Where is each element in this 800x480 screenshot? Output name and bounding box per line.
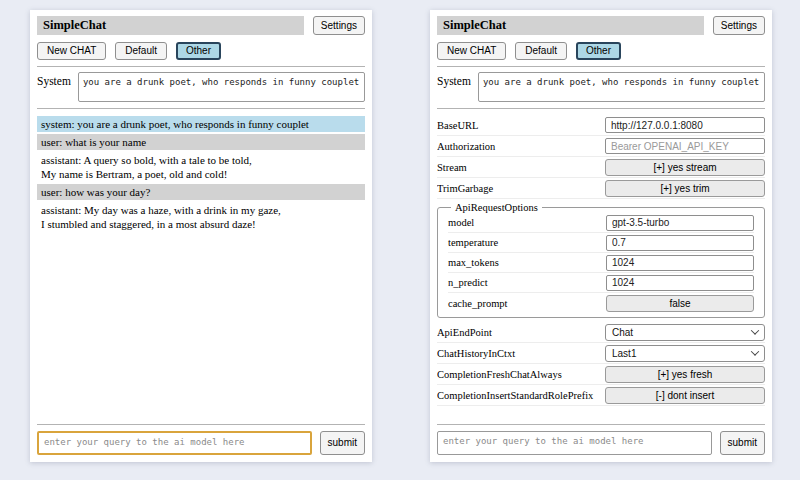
completion-fresh-chat-label: CompletionFreshChatAlways [437,369,599,380]
divider [437,108,765,109]
chat-panel: SimpleChat Settings New CHAT Default Oth… [30,10,372,462]
setting-row-model: model [448,213,754,233]
chat-history-in-ctxt-select[interactable]: Last1 [605,345,765,362]
query-row: submit [37,431,365,455]
api-request-options-fieldset: ApiRequestOptions model temperature max_… [437,202,765,318]
settings-list: BaseURL Authorization Stream [+] yes str… [437,115,765,418]
setting-row-chat-history-in-ctxt: ChatHistoryInCtxt Last1 [437,343,765,364]
titlebar: SimpleChat Settings [37,16,365,35]
chevron-down-icon [751,326,759,334]
baseurl-label: BaseURL [437,120,599,131]
setting-row-n-predict: n_predict [448,273,754,293]
api-endpoint-selected-value: Chat [612,327,633,338]
setting-row-baseurl: BaseURL [437,115,765,136]
app-title: SimpleChat [437,16,704,35]
chat-message-system: system: you are a drunk poet, who respon… [37,116,365,132]
divider [437,66,765,67]
n-predict-label: n_predict [448,277,600,288]
temperature-input[interactable] [606,235,754,251]
system-prompt-input[interactable]: you are a drunk poet, who responds in fu… [478,72,765,102]
api-endpoint-select[interactable]: Chat [605,324,765,341]
system-prompt-row: System you are a drunk poet, who respond… [37,72,365,102]
query-input[interactable] [437,431,712,455]
new-chat-button[interactable]: New CHAT [37,42,106,60]
api-request-options-legend: ApiRequestOptions [451,202,542,213]
divider [37,66,365,67]
divider [437,424,765,425]
chat-message-user: user: what is your name [37,134,365,150]
stream-label: Stream [437,162,599,173]
setting-row-completion-fresh-chat: CompletionFreshChatAlways [+] yes fresh [437,364,765,385]
completion-insert-role-prefix-label: CompletionInsertStandardRolePrefix [437,390,599,401]
setting-row-api-endpoint: ApiEndPoint Chat [437,322,765,343]
system-prompt-label: System [37,72,71,87]
session-button-other[interactable]: Other [176,42,221,60]
chat-message-assistant: assistant: My day was a haze, with a dri… [37,202,365,232]
divider [37,424,365,425]
session-button-default[interactable]: Default [115,42,167,60]
setting-row-max-tokens: max_tokens [448,253,754,273]
settings-button[interactable]: Settings [713,16,765,35]
titlebar: SimpleChat Settings [437,16,765,35]
chat-message-assistant: assistant: A query so bold, with a tale … [37,152,365,182]
session-buttons: New CHAT Default Other [437,42,765,60]
api-endpoint-label: ApiEndPoint [437,327,599,338]
session-button-other[interactable]: Other [576,42,621,60]
setting-row-trimgarbage: TrimGarbage [+] yes trim [437,178,765,199]
chat-history-in-ctxt-label: ChatHistoryInCtxt [437,348,599,359]
baseurl-input[interactable] [605,117,765,133]
system-prompt-input[interactable]: you are a drunk poet, who responds in fu… [78,72,365,102]
setting-row-authorization: Authorization [437,136,765,157]
authorization-label: Authorization [437,141,599,152]
completion-insert-role-prefix-toggle-button[interactable]: [-] dont insert [605,387,765,404]
system-prompt-label: System [437,72,471,87]
divider [37,108,365,109]
settings-button[interactable]: Settings [313,16,365,35]
session-button-default[interactable]: Default [515,42,567,60]
model-label: model [448,217,600,228]
submit-button[interactable]: submit [320,431,365,455]
model-input[interactable] [606,215,754,231]
cache-prompt-label: cache_prompt [448,298,600,309]
setting-row-temperature: temperature [448,233,754,253]
n-predict-input[interactable] [606,275,754,291]
setting-row-completion-insert-role-prefix: CompletionInsertStandardRolePrefix [-] d… [437,385,765,406]
query-row: submit [437,431,765,455]
query-input[interactable] [37,431,312,455]
max-tokens-label: max_tokens [448,257,600,268]
chat-history-selected-value: Last1 [612,348,636,359]
setting-row-cache-prompt: cache_prompt false [448,293,754,313]
new-chat-button[interactable]: New CHAT [437,42,506,60]
chat-message-user: user: how was your day? [37,184,365,200]
system-prompt-row: System you are a drunk poet, who respond… [437,72,765,102]
trim-garbage-label: TrimGarbage [437,183,599,194]
settings-panel: SimpleChat Settings New CHAT Default Oth… [430,10,772,462]
max-tokens-input[interactable] [606,255,754,271]
completion-fresh-chat-toggle-button[interactable]: [+] yes fresh [605,366,765,383]
cache-prompt-toggle-button[interactable]: false [606,295,754,312]
authorization-input[interactable] [605,138,765,154]
temperature-label: temperature [448,237,600,248]
chevron-down-icon [751,347,759,355]
trim-garbage-toggle-button[interactable]: [+] yes trim [605,180,765,197]
app-title: SimpleChat [37,16,304,35]
chat-messages: system: you are a drunk poet, who respon… [37,116,365,418]
stream-toggle-button[interactable]: [+] yes stream [605,159,765,176]
submit-button[interactable]: submit [720,431,765,455]
setting-row-stream: Stream [+] yes stream [437,157,765,178]
session-buttons: New CHAT Default Other [37,42,365,60]
